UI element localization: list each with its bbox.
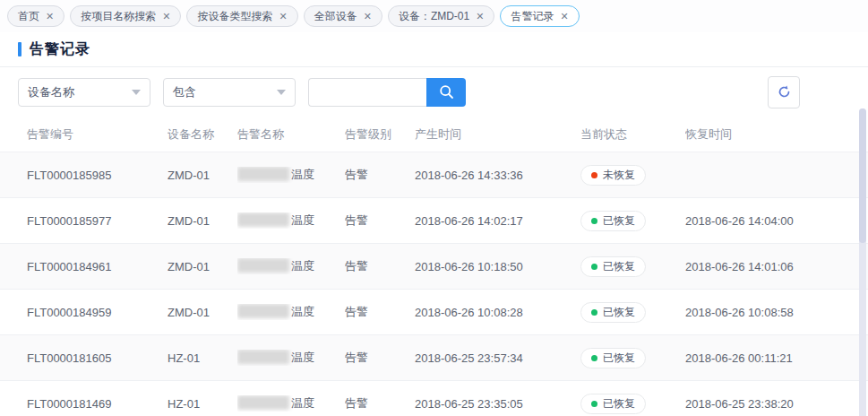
status-dot-icon	[591, 309, 597, 316]
occur-time: 2018-06-25 23:35:05	[415, 397, 580, 411]
page-title: 告警记录	[30, 40, 90, 59]
alarm-level: 告警	[345, 304, 415, 320]
redacted-text-blur	[237, 258, 289, 273]
vertical-scrollbar[interactable]	[859, 108, 866, 416]
search-icon	[439, 84, 454, 100]
tab-bar: 首页 ✕ 按项目名称搜索 ✕ 按设备类型搜索 ✕ 全部设备 ✕ 设备：ZMD-0…	[0, 0, 868, 32]
redacted-text-blur	[237, 395, 289, 410]
recover-time: 2018-06-26 10:08:58	[685, 306, 847, 319]
status-badge: 未恢复	[580, 165, 646, 186]
status-cell: 未恢复	[580, 165, 685, 186]
redacted-text-blur	[237, 212, 289, 227]
device-name: ZMD-01	[168, 306, 237, 319]
tab-label: 全部设备	[314, 9, 357, 24]
tab-label: 首页	[18, 9, 39, 24]
alarm-level: 告警	[345, 258, 415, 274]
column-header-alarm-id: 告警编号	[27, 126, 168, 143]
recover-time: 2018-06-26 00:11:21	[685, 351, 847, 365]
alarm-id: FLT0000185985	[27, 169, 168, 182]
filter-toolbar: 设备名称 包含	[0, 67, 868, 117]
status-badge: 已恢复	[580, 211, 646, 231]
table-header-row: 告警编号 设备名称 告警名称 告警级别 产生时间 当前状态 恢复时间	[0, 117, 868, 152]
alarm-name: 温度	[237, 167, 345, 183]
tab-label: 设备：ZMD-01	[399, 9, 469, 24]
recover-time: 2018-06-26 14:01:06	[685, 260, 847, 273]
status-dot-icon	[591, 264, 597, 270]
status-badge: 已恢复	[580, 394, 646, 414]
occur-time: 2018-06-26 14:33:36	[415, 169, 580, 182]
table-row[interactable]: FLT0000185977 ZMD-01 温度 告警 2018-06-26 14…	[0, 198, 868, 244]
recover-time: 2018-06-25 23:38:20	[685, 397, 847, 411]
operator-select-value: 包含	[173, 84, 196, 100]
refresh-icon	[777, 84, 792, 100]
status-cell: 已恢复	[580, 348, 685, 368]
recover-time: 2018-06-26 14:04:00	[685, 214, 847, 228]
tab-search-by-device-type[interactable]: 按设备类型搜索 ✕	[186, 5, 297, 27]
close-icon[interactable]: ✕	[162, 12, 170, 22]
device-name: HZ-01	[168, 397, 237, 411]
table-row[interactable]: FLT0000184961 ZMD-01 温度 告警 2018-06-26 10…	[0, 244, 868, 290]
operator-select[interactable]: 包含	[163, 78, 296, 107]
tab-home[interactable]: 首页 ✕	[7, 5, 64, 27]
tab-search-by-project[interactable]: 按项目名称搜索 ✕	[70, 5, 181, 27]
tab-alarm-records[interactable]: 告警记录 ✕	[500, 5, 579, 27]
occur-time: 2018-06-25 23:57:34	[415, 351, 580, 365]
column-header-occur-time: 产生时间	[415, 126, 580, 143]
alarm-level: 告警	[345, 350, 415, 366]
alarm-level: 告警	[345, 395, 415, 412]
alarm-id: FLT0000185977	[27, 214, 168, 228]
device-name: ZMD-01	[168, 169, 237, 182]
status-cell: 已恢复	[580, 211, 685, 231]
table-row[interactable]: FLT0000184959 ZMD-01 温度 告警 2018-06-26 10…	[0, 290, 868, 335]
chevron-down-icon	[277, 90, 286, 95]
search-input[interactable]	[308, 78, 426, 107]
tab-device-zmd01[interactable]: 设备：ZMD-01 ✕	[388, 5, 495, 27]
alarm-name: 温度	[237, 212, 345, 229]
occur-time: 2018-06-26 14:02:17	[415, 214, 580, 228]
status-badge: 已恢复	[580, 256, 646, 277]
scrollbar-thumb[interactable]	[859, 108, 866, 243]
status-dot-icon	[591, 172, 597, 178]
alarm-name: 温度	[237, 350, 345, 366]
status-cell: 已恢复	[580, 394, 685, 414]
status-dot-icon	[591, 218, 597, 224]
tab-label: 按设备类型搜索	[197, 9, 272, 24]
search-group	[308, 78, 466, 107]
field-select[interactable]: 设备名称	[18, 78, 150, 107]
refresh-button[interactable]	[768, 76, 800, 108]
column-header-recover-time: 恢复时间	[685, 126, 847, 143]
table-row[interactable]: FLT0000185985 ZMD-01 温度 告警 2018-06-26 14…	[0, 152, 868, 198]
field-select-value: 设备名称	[28, 84, 74, 100]
alarm-id: FLT0000181605	[27, 351, 168, 365]
device-name: ZMD-01	[168, 260, 237, 273]
column-header-device-name: 设备名称	[168, 126, 237, 143]
close-icon[interactable]: ✕	[46, 12, 54, 22]
column-header-alarm-level: 告警级别	[345, 126, 415, 143]
close-icon[interactable]: ✕	[364, 12, 372, 22]
page-title-row: 告警记录	[0, 32, 868, 67]
occur-time: 2018-06-26 10:08:28	[415, 306, 580, 319]
close-icon[interactable]: ✕	[476, 12, 484, 22]
alarm-level: 告警	[345, 167, 415, 183]
status-dot-icon	[591, 355, 597, 361]
alarm-id: FLT0000184961	[27, 260, 168, 273]
alarm-records-panel: 告警记录 设备名称 包含 告警编号	[0, 32, 868, 416]
search-button[interactable]	[426, 78, 466, 107]
table-row[interactable]: FLT0000181605 HZ-01 温度 告警 2018-06-25 23:…	[0, 335, 868, 381]
chevron-down-icon	[132, 90, 141, 95]
status-badge: 已恢复	[580, 302, 646, 323]
table-row[interactable]: FLT0000181469 HZ-01 温度 告警 2018-06-25 23:…	[0, 381, 868, 416]
alarm-id: FLT0000184959	[27, 306, 168, 319]
redacted-text-blur	[237, 350, 289, 364]
column-header-alarm-name: 告警名称	[237, 126, 345, 143]
close-icon[interactable]: ✕	[560, 12, 568, 22]
tab-label: 按项目名称搜索	[81, 9, 156, 24]
alarm-name: 温度	[237, 395, 345, 412]
tab-all-devices[interactable]: 全部设备 ✕	[304, 5, 382, 27]
alarm-id: FLT0000181469	[27, 397, 168, 411]
close-icon[interactable]: ✕	[279, 12, 287, 22]
tab-label: 告警记录	[511, 9, 554, 24]
status-cell: 已恢复	[580, 302, 685, 323]
status-dot-icon	[591, 401, 597, 407]
status-badge: 已恢复	[580, 348, 646, 368]
